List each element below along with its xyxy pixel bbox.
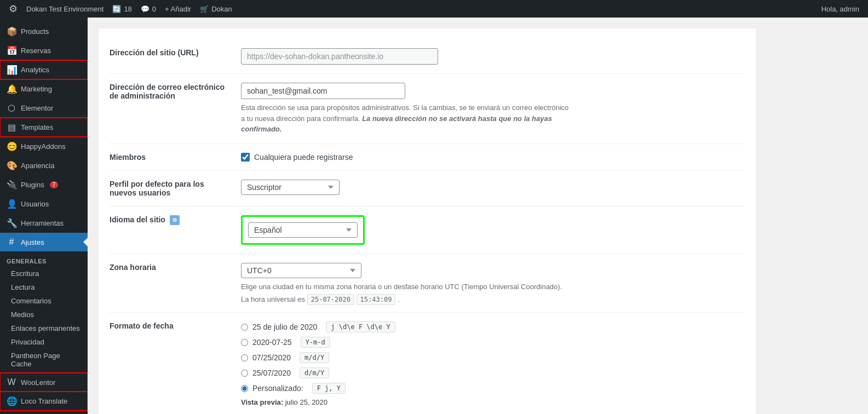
settings-submenu: GeneralesEscrituraLecturaComentariosMedi… [0, 251, 88, 373]
submenu-item-escritura[interactable]: Escritura [0, 267, 88, 280]
wp-logo-item[interactable]: ⚙ [4, 0, 22, 18]
dokan-item[interactable]: 🛒 Dokan [196, 0, 237, 18]
members-checkbox-text: Cualquiera puede registrarse [254, 153, 353, 162]
sidebar-item-woolentor[interactable]: WWooLentor [0, 373, 88, 392]
sidebar-item-analytics[interactable]: 📊Analytics [0, 60, 88, 79]
sidebar-item-label-products: Products [21, 27, 49, 36]
submenu-item-privacidad[interactable]: Privacidad [0, 335, 88, 349]
sidebar-item-products[interactable]: 📦Products [0, 22, 88, 41]
date-format-option-f1[interactable]: 25 de julio de 2020j \d\e F \d\e Y [241, 321, 745, 332]
templates-icon: ▤ [7, 122, 16, 133]
date-format-radio-f2[interactable] [241, 339, 248, 346]
main-content: Dirección del sitio (URL) Dirección de c… [88, 18, 868, 414]
language-highlight-box: Español [241, 215, 365, 245]
default-profile-cell: Suscriptor [241, 170, 745, 206]
default-profile-row: Perfil por defecto para los nuevos usuar… [110, 170, 745, 206]
members-checkbox[interactable] [241, 153, 250, 162]
members-checkbox-label[interactable]: Cualquiera puede registrarse [241, 153, 745, 162]
site-url-row: Dirección del sitio (URL) [110, 39, 745, 74]
products-icon: 📦 [7, 26, 16, 37]
date-format-code-f4: d/m/Y [300, 367, 329, 378]
date-format-radio-f5[interactable] [241, 385, 248, 392]
timezone-label: Zona horaria [110, 254, 241, 313]
sidebar-item-ajustes[interactable]: #Ajustes [0, 233, 88, 251]
date-format-code-f3: m/d/Y [300, 352, 329, 363]
reservas-icon: 📅 [7, 45, 16, 56]
date-format-option-f2[interactable]: 2020-07-25Y-m-d [241, 337, 745, 348]
wp-logo-icon: ⚙ [9, 3, 18, 15]
plugins-icon: 🔌 [7, 180, 16, 190]
comments-count: 0 [152, 5, 156, 13]
add-label: + Añadir [165, 5, 191, 13]
admin-bar: ⚙ Dokan Test Environment 🔄 18 💬 0 + Añad… [0, 0, 868, 18]
sidebar-item-happyaddons[interactable]: 😊HappyAddons [0, 137, 88, 156]
dokan-label: Dokan [211, 5, 232, 13]
site-name-item[interactable]: Dokan Test Environment [22, 0, 108, 18]
sidebar-item-label-reservas: Reservas [21, 47, 51, 55]
timezone-select[interactable]: UTC+0 [241, 263, 361, 278]
sidebar-item-label-herramientas: Herramientas [21, 219, 64, 227]
submenu-item-enlaces[interactable]: Enlaces permanentes [0, 321, 88, 335]
date-format-code-f1: j \d\e F \d\e Y [326, 321, 395, 332]
timezone-cell: UTC+0 Elige una ciudad en tu misma zona … [241, 254, 745, 313]
sidebar-item-label-elementor: Elementor [21, 104, 53, 112]
site-url-label: Dirección del sitio (URL) [110, 39, 241, 74]
main-wrapper: 📦Products📅Reservas📊Analytics🔔Marketing⬡E… [0, 18, 868, 414]
submenu-item-medios[interactable]: Medios [0, 308, 88, 321]
universal-time: La hora universal es 25-07-2020 15:43:09… [241, 295, 745, 303]
members-label: Miembros [110, 143, 241, 170]
sidebar-item-elementor[interactable]: ⬡Elementor [0, 99, 88, 118]
admin-email-label: Dirección de correo electrónico de admin… [110, 74, 241, 144]
default-profile-label: Perfil por defecto para los nuevos usuar… [110, 170, 241, 206]
sidebar-item-label-apariencia: Apariencia [21, 162, 54, 170]
site-name-text: Dokan Test Environment [26, 5, 104, 13]
admin-email-cell: Esta dirección se usa para propósitos ad… [241, 74, 745, 144]
site-url-input[interactable] [241, 48, 438, 65]
universal-date: 25-07-2020 [307, 294, 354, 305]
site-language-row: Idioma del sitio ⚙ Español [110, 206, 745, 254]
herramientas-icon: 🔧 [7, 218, 16, 228]
sidebar-item-label-ajustes: Ajustes [21, 238, 44, 246]
sidebar-item-label-templates: Templates [21, 123, 53, 131]
comments-icon: 💬 [141, 5, 150, 13]
date-format-radio-f3[interactable] [241, 354, 248, 361]
default-profile-select[interactable]: Suscriptor [241, 180, 340, 195]
submenu-item-comentarios[interactable]: Comentarios [0, 294, 88, 308]
sidebar-item-usuarios[interactable]: 👤Usuarios [0, 194, 88, 214]
site-language-select[interactable]: Español [248, 222, 358, 238]
user-greeting[interactable]: Hola, admin [817, 0, 864, 18]
woolentor-icon: W [7, 377, 16, 387]
members-cell: Cualquiera puede registrarse [241, 143, 745, 170]
updates-icon: 🔄 [112, 5, 121, 13]
sidebar-item-apariencia[interactable]: 🎨Apariencia [0, 156, 88, 175]
sidebar-item-marketing[interactable]: 🔔Marketing [0, 79, 88, 99]
sidebar-item-reservas[interactable]: 📅Reservas [0, 41, 88, 60]
sidebar-item-templates[interactable]: ▤Templates [0, 118, 88, 137]
date-format-option-f4[interactable]: 25/07/2020d/m/Y [241, 367, 745, 378]
comments-item[interactable]: 💬 0 [136, 0, 160, 18]
hello-label: Hola, admin [821, 5, 859, 13]
date-format-option-f5[interactable]: Personalizado:F j, Y [241, 383, 745, 394]
marketing-icon: 🔔 [7, 84, 16, 94]
submenu-item-pantheon[interactable]: Pantheon Page Cache [0, 349, 88, 371]
submenu-item-lectura[interactable]: Lectura [0, 280, 88, 294]
happyaddons-icon: 😊 [7, 141, 16, 152]
sidebar-item-herramientas[interactable]: 🔧Herramientas [0, 214, 88, 233]
updates-item[interactable]: 🔄 18 [108, 0, 136, 18]
dokan-icon: 🛒 [200, 5, 209, 13]
sidebar-item-label-analytics: Analytics [21, 66, 49, 74]
date-preview: Vista previa: julio 25, 2020 [241, 398, 745, 406]
date-format-radio-f1[interactable] [241, 324, 248, 331]
universal-time-value: 15:43:09 [357, 294, 396, 305]
sidebar-item-label-happyaddons: HappyAddons [21, 142, 66, 151]
sidebar-item-plugins[interactable]: 🔌Plugins7 [0, 175, 88, 194]
date-format-label: Formato de fecha [110, 313, 241, 415]
site-url-cell [241, 39, 745, 74]
add-new-item[interactable]: + Añadir [160, 0, 196, 18]
sidebar-item-label-loco: Loco Translate [21, 397, 67, 405]
admin-email-input[interactable] [241, 83, 405, 99]
sidebar-item-loco[interactable]: 🌐Loco Translate [0, 392, 88, 411]
date-format-radio-f4[interactable] [241, 370, 248, 377]
admin-email-row: Dirección de correo electrónico de admin… [110, 74, 745, 144]
date-format-option-f3[interactable]: 07/25/2020m/d/Y [241, 352, 745, 363]
